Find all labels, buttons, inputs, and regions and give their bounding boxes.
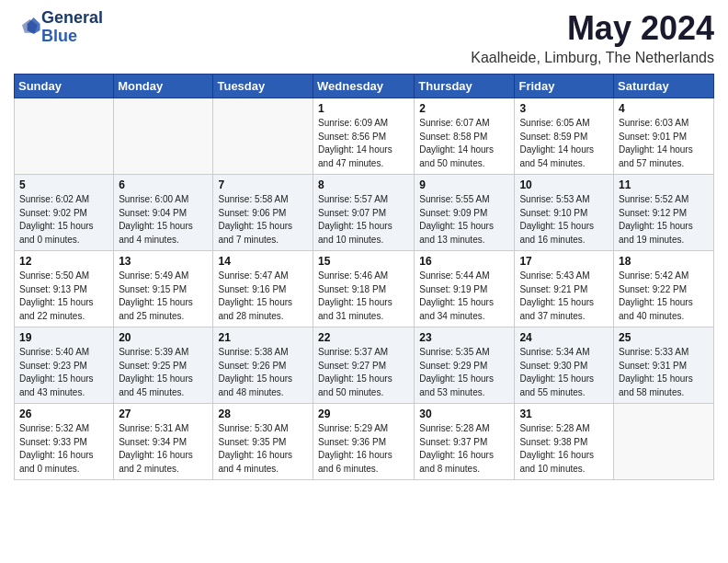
day-info: Sunrise: 5:30 AMSunset: 9:35 PMDaylight:…: [218, 422, 308, 476]
day-number: 3: [519, 102, 609, 115]
day-number: 11: [619, 178, 709, 191]
day-number: 9: [419, 178, 509, 191]
day-info: Sunrise: 5:33 AMSunset: 9:31 PMDaylight:…: [619, 346, 709, 399]
page-header: General Blue May 2024 Kaalheide, Limburg…: [14, 9, 714, 66]
calendar-cell: 29Sunrise: 5:29 AMSunset: 9:36 PMDayligh…: [313, 404, 415, 480]
calendar-cell: 1Sunrise: 6:09 AMSunset: 8:56 PMDaylight…: [313, 98, 415, 175]
calendar-cell: 28Sunrise: 5:30 AMSunset: 9:35 PMDayligh…: [213, 404, 313, 480]
day-info: Sunrise: 5:28 AMSunset: 9:37 PMDaylight:…: [419, 422, 509, 476]
day-info: Sunrise: 5:32 AMSunset: 9:33 PMDaylight:…: [19, 422, 108, 476]
calendar-cell: 18Sunrise: 5:42 AMSunset: 9:22 PMDayligh…: [614, 251, 714, 327]
day-number: 22: [318, 331, 409, 344]
day-number: 23: [419, 331, 509, 344]
day-info: Sunrise: 6:00 AMSunset: 9:04 PMDaylight:…: [119, 193, 208, 247]
day-info: Sunrise: 5:40 AMSunset: 9:23 PMDaylight:…: [19, 346, 108, 399]
day-info: Sunrise: 5:29 AMSunset: 9:36 PMDaylight:…: [318, 422, 409, 476]
day-info: Sunrise: 5:39 AMSunset: 9:25 PMDaylight:…: [119, 346, 208, 399]
weekday-header-sunday: Sunday: [15, 75, 114, 98]
calendar-cell: 8Sunrise: 5:57 AMSunset: 9:07 PMDaylight…: [313, 175, 415, 251]
day-number: 6: [119, 178, 208, 191]
day-info: Sunrise: 5:57 AMSunset: 9:07 PMDaylight:…: [318, 193, 409, 247]
day-info: Sunrise: 5:55 AMSunset: 9:09 PMDaylight:…: [419, 193, 509, 247]
day-number: 18: [619, 255, 709, 268]
calendar-cell: 17Sunrise: 5:43 AMSunset: 9:21 PMDayligh…: [515, 251, 614, 327]
calendar-cell: 4Sunrise: 6:03 AMSunset: 9:01 PMDaylight…: [614, 98, 714, 175]
day-info: Sunrise: 5:46 AMSunset: 9:18 PMDaylight:…: [318, 270, 409, 323]
calendar-cell: 25Sunrise: 5:33 AMSunset: 9:31 PMDayligh…: [614, 327, 714, 404]
calendar-cell: 22Sunrise: 5:37 AMSunset: 9:27 PMDayligh…: [313, 327, 415, 404]
calendar-week-row: 12Sunrise: 5:50 AMSunset: 9:13 PMDayligh…: [15, 251, 714, 327]
day-number: 27: [119, 408, 208, 420]
day-info: Sunrise: 6:05 AMSunset: 8:59 PMDaylight:…: [519, 117, 609, 170]
calendar-cell: 12Sunrise: 5:50 AMSunset: 9:13 PMDayligh…: [15, 251, 114, 327]
day-info: Sunrise: 5:31 AMSunset: 9:34 PMDaylight:…: [119, 422, 208, 476]
logo-text: General Blue: [41, 9, 103, 46]
day-number: 30: [419, 408, 509, 420]
calendar-cell: [15, 98, 114, 175]
calendar-cell: 20Sunrise: 5:39 AMSunset: 9:25 PMDayligh…: [114, 327, 213, 404]
calendar-cell: 11Sunrise: 5:52 AMSunset: 9:12 PMDayligh…: [614, 175, 714, 251]
day-info: Sunrise: 5:43 AMSunset: 9:21 PMDaylight:…: [519, 270, 609, 323]
day-info: Sunrise: 5:34 AMSunset: 9:30 PMDaylight:…: [519, 346, 609, 399]
calendar-week-row: 5Sunrise: 6:02 AMSunset: 9:02 PMDaylight…: [15, 175, 714, 251]
day-number: 4: [619, 102, 709, 115]
day-number: 15: [318, 255, 409, 268]
calendar-cell: [114, 98, 213, 175]
calendar-week-row: 19Sunrise: 5:40 AMSunset: 9:23 PMDayligh…: [15, 327, 714, 404]
calendar-cell: 13Sunrise: 5:49 AMSunset: 9:15 PMDayligh…: [114, 251, 213, 327]
day-info: Sunrise: 5:44 AMSunset: 9:19 PMDaylight:…: [419, 270, 509, 323]
day-number: 2: [419, 102, 509, 115]
day-number: 14: [218, 255, 308, 268]
weekday-header-saturday: Saturday: [614, 75, 714, 98]
day-info: Sunrise: 5:38 AMSunset: 9:26 PMDaylight:…: [218, 346, 308, 399]
weekday-header-row: SundayMondayTuesdayWednesdayThursdayFrid…: [15, 75, 714, 98]
day-number: 7: [218, 178, 308, 191]
calendar-cell: 7Sunrise: 5:58 AMSunset: 9:06 PMDaylight…: [213, 175, 313, 251]
day-info: Sunrise: 5:50 AMSunset: 9:13 PMDaylight:…: [19, 270, 108, 323]
day-number: 17: [519, 255, 609, 268]
location-subtitle: Kaalheide, Limburg, The Netherlands: [471, 50, 714, 66]
day-number: 21: [218, 331, 308, 344]
day-info: Sunrise: 5:58 AMSunset: 9:06 PMDaylight:…: [218, 193, 308, 247]
calendar-cell: 23Sunrise: 5:35 AMSunset: 9:29 PMDayligh…: [415, 327, 515, 404]
day-info: Sunrise: 5:37 AMSunset: 9:27 PMDaylight:…: [318, 346, 409, 399]
logo: General Blue: [14, 9, 103, 46]
calendar-cell: 31Sunrise: 5:28 AMSunset: 9:38 PMDayligh…: [515, 404, 614, 480]
day-number: 1: [318, 102, 409, 115]
day-number: 24: [519, 331, 609, 344]
day-info: Sunrise: 5:28 AMSunset: 9:38 PMDaylight:…: [519, 422, 609, 476]
calendar-cell: 2Sunrise: 6:07 AMSunset: 8:58 PMDaylight…: [415, 98, 515, 175]
month-year-title: May 2024: [471, 9, 714, 48]
day-number: 8: [318, 178, 409, 191]
day-info: Sunrise: 5:35 AMSunset: 9:29 PMDaylight:…: [419, 346, 509, 399]
calendar-cell: [614, 404, 714, 480]
title-section: May 2024 Kaalheide, Limburg, The Netherl…: [471, 9, 714, 66]
day-number: 29: [318, 408, 409, 420]
calendar-week-row: 26Sunrise: 5:32 AMSunset: 9:33 PMDayligh…: [15, 404, 714, 480]
calendar-week-row: 1Sunrise: 6:09 AMSunset: 8:56 PMDaylight…: [15, 98, 714, 175]
day-number: 25: [619, 331, 709, 344]
day-info: Sunrise: 6:02 AMSunset: 9:02 PMDaylight:…: [19, 193, 108, 247]
day-number: 5: [19, 178, 108, 191]
calendar-cell: 19Sunrise: 5:40 AMSunset: 9:23 PMDayligh…: [15, 327, 114, 404]
day-info: Sunrise: 5:53 AMSunset: 9:10 PMDaylight:…: [519, 193, 609, 247]
day-info: Sunrise: 5:42 AMSunset: 9:22 PMDaylight:…: [619, 270, 709, 323]
calendar-cell: 10Sunrise: 5:53 AMSunset: 9:10 PMDayligh…: [515, 175, 614, 251]
calendar-table: SundayMondayTuesdayWednesdayThursdayFrid…: [14, 74, 714, 480]
day-info: Sunrise: 5:52 AMSunset: 9:12 PMDaylight:…: [619, 193, 709, 247]
day-number: 31: [519, 408, 609, 420]
weekday-header-friday: Friday: [515, 75, 614, 98]
calendar-cell: 30Sunrise: 5:28 AMSunset: 9:37 PMDayligh…: [415, 404, 515, 480]
calendar-cell: 14Sunrise: 5:47 AMSunset: 9:16 PMDayligh…: [213, 251, 313, 327]
calendar-cell: 26Sunrise: 5:32 AMSunset: 9:33 PMDayligh…: [15, 404, 114, 480]
day-info: Sunrise: 6:03 AMSunset: 9:01 PMDaylight:…: [619, 117, 709, 170]
calendar-cell: [213, 98, 313, 175]
day-number: 10: [519, 178, 609, 191]
weekday-header-wednesday: Wednesday: [313, 75, 415, 98]
calendar-cell: 3Sunrise: 6:05 AMSunset: 8:59 PMDaylight…: [515, 98, 614, 175]
calendar-cell: 5Sunrise: 6:02 AMSunset: 9:02 PMDaylight…: [15, 175, 114, 251]
calendar-cell: 9Sunrise: 5:55 AMSunset: 9:09 PMDaylight…: [415, 175, 515, 251]
weekday-header-thursday: Thursday: [415, 75, 515, 98]
day-number: 12: [19, 255, 108, 268]
day-number: 28: [218, 408, 308, 420]
